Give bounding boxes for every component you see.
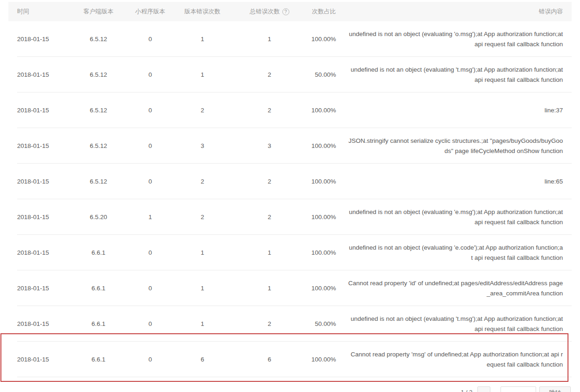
cell-ratio: 100.00% xyxy=(311,249,337,256)
cell-client-version: 6.5.12 xyxy=(73,178,124,185)
error-content-text: undefined is not an object (evaluating '… xyxy=(348,314,563,334)
cell-version-error-count: 1 xyxy=(177,320,228,327)
cell-version-error-count: 1 xyxy=(177,285,228,292)
cell-client-version: 6.5.12 xyxy=(73,36,124,43)
pagination-bar: 1 / 2 › 跳转 xyxy=(0,386,580,392)
table-row: 2018-01-15 6.5.12 0 3 3 100.00% JSON.str… xyxy=(8,128,572,164)
cell-ratio: 100.00% xyxy=(311,107,337,114)
error-content-text: undefined is not an object (evaluating '… xyxy=(348,243,563,263)
cell-time: 2018-01-15 xyxy=(8,36,73,43)
cell-version-error-count: 3 xyxy=(177,142,228,149)
cell-error-content: line:65 xyxy=(337,177,572,187)
table-row: 2018-01-15 6.5.12 0 1 1 100.00% undefine… xyxy=(8,21,572,57)
table-row: 2018-01-15 6.5.12 0 1 2 50.00% undefined… xyxy=(8,57,572,92)
cell-time: 2018-01-15 xyxy=(8,320,73,327)
question-circle-icon[interactable]: ? xyxy=(282,8,289,15)
cell-total-error-count: 1 xyxy=(228,285,311,292)
cell-ratio: 100.00% xyxy=(311,214,337,220)
cell-time: 2018-01-15 xyxy=(8,249,73,256)
cell-total-error-count: 1 xyxy=(228,36,311,43)
column-header-ratio: 次数占比 xyxy=(311,7,337,16)
cell-mp-version: 0 xyxy=(124,107,177,114)
cell-client-version: 6.6.1 xyxy=(73,320,124,327)
cell-total-error-count: 2 xyxy=(228,214,311,220)
error-content-text: line:37 xyxy=(544,105,563,116)
column-header-version-error-count: 版本错误次数 xyxy=(177,7,228,16)
table-row: 2018-01-15 6.6.1 0 1 2 50.00% undefined … xyxy=(8,306,572,342)
error-content-text: undefined is not an object (evaluating '… xyxy=(348,65,563,85)
next-page-button[interactable]: › xyxy=(477,386,490,392)
cell-mp-version: 0 xyxy=(124,320,177,327)
cell-ratio: 100.00% xyxy=(311,285,337,292)
cell-time: 2018-01-15 xyxy=(8,356,73,363)
cell-client-version: 6.5.20 xyxy=(73,214,124,220)
cell-time: 2018-01-15 xyxy=(8,107,73,114)
cell-time: 2018-01-15 xyxy=(8,178,73,185)
cell-version-error-count: 6 xyxy=(177,356,228,363)
cell-ratio: 100.00% xyxy=(311,36,337,43)
column-header-total-error-count: 总错误次数 ? xyxy=(228,7,311,16)
cell-error-content: undefined is not an object (evaluating '… xyxy=(337,65,572,85)
cell-version-error-count: 2 xyxy=(177,214,228,220)
cell-version-error-count: 1 xyxy=(177,249,228,256)
cell-ratio: 50.00% xyxy=(311,71,337,78)
cell-error-content: line:37 xyxy=(337,105,572,116)
table-row: 2018-01-15 6.6.1 0 6 6 100.00% Cannot re… xyxy=(8,342,572,377)
cell-mp-version: 0 xyxy=(124,178,177,185)
cell-error-content: Cannot read property 'id' of undefined;a… xyxy=(337,278,572,299)
table-row: 2018-01-15 6.5.12 0 2 2 100.00% line:37 xyxy=(8,92,572,128)
column-header-time: 时间 xyxy=(8,7,73,16)
cell-mp-version: 0 xyxy=(124,71,177,78)
cell-mp-version: 0 xyxy=(124,285,177,292)
table-row: 2018-01-15 6.5.12 0 2 2 100.00% line:65 xyxy=(8,164,572,199)
cell-error-content: JSON.stringify cannot serialize cyclic s… xyxy=(337,136,572,156)
cell-version-error-count: 2 xyxy=(177,178,228,185)
table-header-row: 时间 客户端版本 小程序版本 版本错误次数 总错误次数 ? 次数占比 错误内容 xyxy=(8,2,572,21)
cell-client-version: 6.6.1 xyxy=(73,249,124,256)
cell-client-version: 6.5.12 xyxy=(73,142,124,149)
error-content-text: undefined is not an object (evaluating '… xyxy=(348,207,563,227)
table-row: 2018-01-15 6.6.1 0 1 1 100.00% undefined… xyxy=(8,235,572,270)
cell-total-error-count: 1 xyxy=(228,249,311,256)
jump-page-button[interactable]: 跳转 xyxy=(539,386,571,392)
error-table: 时间 客户端版本 小程序版本 版本错误次数 总错误次数 ? 次数占比 错误内容 … xyxy=(8,2,572,377)
error-content-text: Cannot read property 'id' of undefined;a… xyxy=(348,278,563,299)
table-body: 2018-01-15 6.5.12 0 1 1 100.00% undefine… xyxy=(8,21,572,377)
cell-ratio: 100.00% xyxy=(311,178,337,185)
cell-time: 2018-01-15 xyxy=(8,285,73,292)
cell-total-error-count: 2 xyxy=(228,320,311,327)
cell-client-version: 6.6.1 xyxy=(73,285,124,292)
cell-time: 2018-01-15 xyxy=(8,142,73,149)
cell-total-error-count: 3 xyxy=(228,142,311,149)
error-content-text: line:65 xyxy=(544,177,563,187)
error-content-text: JSON.stringify cannot serialize cyclic s… xyxy=(348,136,563,156)
cell-version-error-count: 2 xyxy=(177,107,228,114)
cell-ratio: 100.00% xyxy=(311,142,337,149)
cell-client-version: 6.5.12 xyxy=(73,107,124,114)
column-header-error-content: 错误内容 xyxy=(337,7,572,16)
cell-time: 2018-01-15 xyxy=(8,214,73,220)
cell-total-error-count: 2 xyxy=(228,71,311,78)
cell-client-version: 6.6.1 xyxy=(73,356,124,363)
cell-total-error-count: 2 xyxy=(228,107,311,114)
error-log-page: 时间 客户端版本 小程序版本 版本错误次数 总错误次数 ? 次数占比 错误内容 … xyxy=(0,0,580,392)
page-indicator: 1 / 2 xyxy=(461,389,472,392)
column-header-client-version: 客户端版本 xyxy=(73,7,124,16)
error-content-text: Cannot read property 'msg' of undefined;… xyxy=(348,349,563,370)
cell-mp-version: 0 xyxy=(124,249,177,256)
table-row: 2018-01-15 6.5.20 1 2 2 100.00% undefine… xyxy=(8,199,572,235)
cell-time: 2018-01-15 xyxy=(8,71,73,78)
column-header-total-error-count-label: 总错误次数 xyxy=(250,7,280,16)
cell-error-content: Cannot read property 'msg' of undefined;… xyxy=(337,349,572,370)
cell-error-content: undefined is not an object (evaluating '… xyxy=(337,207,572,227)
cell-ratio: 50.00% xyxy=(311,320,337,327)
cell-version-error-count: 1 xyxy=(177,36,228,43)
cell-ratio: 100.00% xyxy=(311,356,337,363)
cell-error-content: undefined is not an object (evaluating '… xyxy=(337,314,572,334)
cell-mp-version: 0 xyxy=(124,356,177,363)
cell-mp-version: 0 xyxy=(124,36,177,43)
cell-client-version: 6.5.12 xyxy=(73,71,124,78)
page-number-input[interactable] xyxy=(501,386,536,392)
cell-error-content: undefined is not an object (evaluating '… xyxy=(337,29,572,49)
cell-error-content: undefined is not an object (evaluating '… xyxy=(337,243,572,263)
